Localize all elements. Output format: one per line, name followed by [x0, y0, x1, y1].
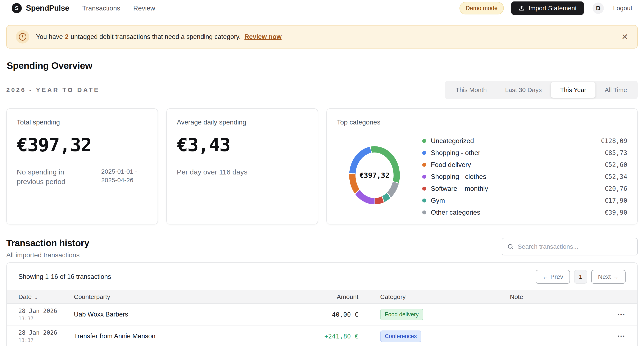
- category-legend: Uncategorized€128,09Shopping - other€85,…: [422, 131, 627, 216]
- row-actions-menu-icon[interactable]: •••: [605, 312, 626, 317]
- pagination: ← Prev 1 Next →: [536, 270, 626, 284]
- column-header-category[interactable]: Category: [380, 293, 510, 300]
- legend-item: Shopping - clothes€52,34: [422, 172, 627, 181]
- app-logo-letter: S: [15, 5, 18, 12]
- table-body: 28 Jan 2026 13:37Uab Woxx Barbers-40,00 …: [7, 304, 637, 346]
- current-page-indicator[interactable]: 1: [574, 270, 587, 284]
- legend-label: Uncategorized: [431, 137, 474, 145]
- cell-date: 28 Jan 2026 13:37: [18, 329, 74, 343]
- total-spending-value: €397,32: [17, 134, 148, 156]
- total-spending-note: No spending in previous period: [17, 167, 91, 186]
- date-header-label: Date: [18, 293, 32, 300]
- alert-message: You have 2 untagged debit transactions t…: [36, 33, 282, 40]
- category-badge[interactable]: Food delivery: [380, 309, 423, 320]
- upload-icon: [518, 5, 525, 11]
- donut-hole: €397,32: [356, 152, 394, 198]
- category-badge[interactable]: Conferences: [380, 330, 422, 342]
- next-page-button[interactable]: Next →: [591, 270, 626, 284]
- legend-item: Software – monthly€20,76: [422, 184, 627, 193]
- transactions-table-card: Showing 1-16 of 16 transactions ← Prev 1…: [6, 262, 638, 346]
- tab-this-month[interactable]: This Month: [446, 82, 496, 98]
- legend-amount: €52,60: [605, 161, 627, 168]
- legend-item: Uncategorized€128,09: [422, 136, 627, 145]
- column-header-date[interactable]: Date↓: [18, 293, 74, 300]
- table-header-row: Date↓ Counterparty Amount Category Note: [7, 290, 637, 304]
- review-now-link[interactable]: Review now: [244, 33, 282, 40]
- table-row: 28 Jan 2026 13:37Uab Woxx Barbers-40,00 …: [7, 304, 637, 326]
- row-actions-menu-icon[interactable]: •••: [605, 334, 626, 339]
- logout-button[interactable]: Logout: [613, 4, 632, 12]
- column-header-amount[interactable]: Amount: [308, 293, 358, 300]
- prev-page-button[interactable]: ← Prev: [536, 270, 570, 284]
- top-categories-label: Top categories: [337, 118, 627, 126]
- average-daily-card: Average daily spending €3,43 Per day ove…: [166, 108, 318, 224]
- tab-all-time[interactable]: All Time: [596, 82, 636, 98]
- transaction-time: 13:37: [18, 338, 74, 343]
- user-avatar[interactable]: D: [592, 2, 604, 14]
- legend-dot-icon: [422, 163, 426, 167]
- table-row: 28 Jan 2026 13:37Transfer from Annie Man…: [7, 326, 637, 346]
- legend-dot-icon: [422, 151, 426, 155]
- nav-link-transactions[interactable]: Transactions: [82, 4, 120, 12]
- avatar-letter: D: [596, 4, 600, 12]
- legend-amount: €128,09: [601, 137, 627, 144]
- page-title: Spending Overview: [6, 60, 638, 71]
- cell-counterparty: Transfer from Annie Manson: [74, 332, 308, 340]
- top-categories-content: €397,32 Uncategorized€128,09Shopping - o…: [337, 131, 627, 216]
- alert-icon-circle: !: [16, 30, 29, 44]
- column-header-counterparty[interactable]: Counterparty: [74, 293, 308, 300]
- average-daily-value: €3,43: [177, 134, 308, 156]
- app-logo: S: [12, 3, 22, 13]
- legend-item: Other categories€39,90: [422, 208, 627, 216]
- history-subtitle: All imported transactions: [6, 251, 89, 259]
- tab-last-30-days[interactable]: Last 30 Days: [496, 82, 551, 98]
- navbar-right: Demo mode Import Statement D Logout: [460, 2, 632, 15]
- total-spending-label: Total spending: [17, 118, 148, 126]
- period-label: 2026 - YEAR TO DATE: [6, 86, 100, 94]
- alert-text-after: untagged debit transactions that need a …: [70, 33, 240, 40]
- legend-dot-icon: [422, 186, 426, 190]
- nav-link-review[interactable]: Review: [133, 4, 155, 12]
- history-header: Transaction history All imported transac…: [6, 238, 638, 259]
- legend-dot-icon: [422, 175, 426, 179]
- legend-amount: €39,90: [605, 209, 627, 216]
- average-daily-note: Per day over 116 days: [177, 167, 248, 177]
- cell-category: Food delivery: [380, 309, 510, 320]
- legend-label: Shopping - other: [431, 149, 480, 157]
- history-titles: Transaction history All imported transac…: [6, 238, 89, 259]
- cell-counterparty: Uab Woxx Barbers: [74, 311, 308, 318]
- overview-cards: Total spending €397,32 No spending in pr…: [6, 108, 638, 224]
- cell-date: 28 Jan 2026 13:37: [18, 308, 74, 322]
- table-toolbar: Showing 1-16 of 16 transactions ← Prev 1…: [7, 263, 637, 290]
- alert-text-before: You have: [36, 33, 63, 40]
- cell-amount: +241,80 €: [308, 332, 358, 340]
- legend-item: Shopping - other€85,73: [422, 148, 627, 157]
- legend-label: Software – monthly: [431, 185, 488, 192]
- legend-dot-icon: [422, 210, 426, 214]
- transaction-time: 13:37: [18, 316, 74, 322]
- import-statement-button[interactable]: Import Statement: [511, 2, 584, 15]
- column-header-note[interactable]: Note: [510, 293, 605, 300]
- sort-descending-icon: ↓: [34, 294, 38, 300]
- time-filter-tabs: This MonthLast 30 DaysThis YearAll Time: [445, 81, 638, 99]
- donut-column: €397,32: [337, 131, 412, 216]
- cell-category: Conferences: [380, 330, 510, 342]
- total-spending-range: 2025-01-01 - 2025-04-26: [101, 167, 148, 186]
- period-row: 2026 - YEAR TO DATE This MonthLast 30 Da…: [6, 81, 638, 99]
- legend-amount: €20,76: [605, 185, 627, 192]
- top-categories-card: Top categories €397,32 Uncategorized€128…: [326, 108, 638, 224]
- close-icon[interactable]: ✕: [622, 33, 628, 41]
- legend-label: Gym: [431, 197, 445, 204]
- legend-label: Shopping - clothes: [431, 173, 486, 180]
- average-daily-subrow: Per day over 116 days: [177, 167, 308, 177]
- donut-chart: €397,32: [349, 146, 400, 204]
- legend-item: Food delivery€52,60: [422, 160, 627, 169]
- tab-this-year[interactable]: This Year: [551, 82, 596, 98]
- alert-exclamation-icon: !: [19, 33, 26, 40]
- search-icon: [507, 243, 514, 250]
- transaction-date: 28 Jan 2026: [18, 329, 74, 336]
- search-box[interactable]: [502, 238, 638, 256]
- legend-dot-icon: [422, 198, 426, 202]
- legend-amount: €17,90: [605, 197, 627, 204]
- search-input[interactable]: [518, 243, 632, 250]
